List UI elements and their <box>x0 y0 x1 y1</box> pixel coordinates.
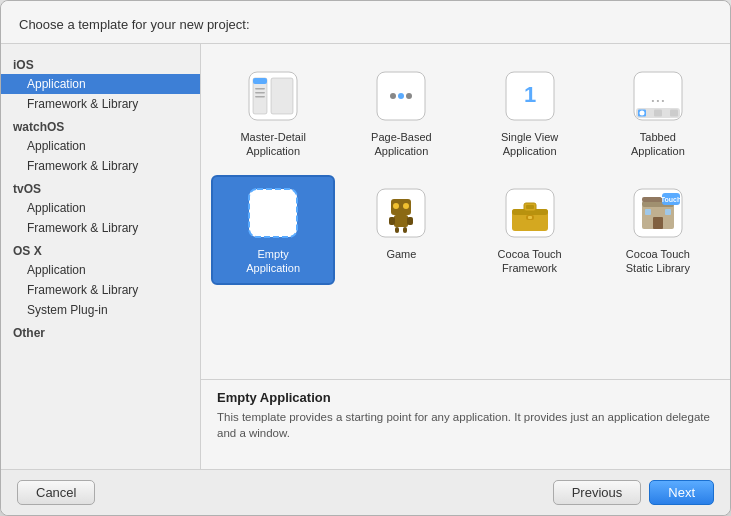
dialog-footer: Cancel Previous Next <box>1 469 730 515</box>
svg-text:• • •: • • • <box>651 96 664 105</box>
template-cocoa-framework[interactable]: Cocoa TouchFramework <box>468 175 592 286</box>
dialog-body: iOS Application Framework & Library watc… <box>1 44 730 469</box>
svg-rect-5 <box>255 92 265 94</box>
game-label: Game <box>386 247 416 261</box>
svg-rect-43 <box>665 209 671 215</box>
sidebar-item-tvos-application[interactable]: Application <box>1 198 200 218</box>
cancel-button[interactable]: Cancel <box>17 480 95 505</box>
svg-rect-41 <box>653 217 663 229</box>
page-based-icon <box>373 68 429 124</box>
dialog-header: Choose a template for your new project: <box>1 1 730 44</box>
new-project-dialog: Choose a template for your new project: … <box>0 0 731 516</box>
svg-rect-20 <box>249 189 297 237</box>
cocoa-framework-label: Cocoa TouchFramework <box>498 247 562 276</box>
sidebar-item-watchos-application[interactable]: Application <box>1 136 200 156</box>
next-button[interactable]: Next <box>649 480 714 505</box>
sidebar-section-ios[interactable]: iOS <box>1 52 200 74</box>
svg-rect-6 <box>255 96 265 98</box>
empty-icon <box>245 185 301 241</box>
sidebar-item-osx-plugin[interactable]: System Plug-in <box>1 300 200 320</box>
single-view-label: Single ViewApplication <box>501 130 558 159</box>
sidebar-item-osx-application[interactable]: Application <box>1 260 200 280</box>
sidebar-item-ios-application[interactable]: Application <box>1 74 200 94</box>
svg-point-16 <box>639 111 644 116</box>
sidebar-section-other[interactable]: Other <box>1 320 200 342</box>
svg-point-8 <box>390 93 396 99</box>
cocoa-static-label: Cocoa TouchStatic Library <box>626 247 690 276</box>
svg-rect-25 <box>394 215 408 227</box>
svg-point-9 <box>398 93 404 99</box>
svg-rect-26 <box>389 217 395 225</box>
cocoa-static-icon: Touch <box>630 185 686 241</box>
svg-rect-4 <box>255 88 265 90</box>
dialog-title: Choose a template for your new project: <box>19 17 250 32</box>
svg-point-24 <box>403 203 409 209</box>
svg-rect-17 <box>654 110 662 117</box>
svg-rect-18 <box>670 110 678 117</box>
template-master-detail[interactable]: Master-DetailApplication <box>211 58 335 169</box>
svg-text:Touch: Touch <box>661 196 681 203</box>
svg-rect-29 <box>403 227 407 233</box>
svg-point-10 <box>406 93 412 99</box>
master-detail-label: Master-DetailApplication <box>240 130 305 159</box>
description-area: Empty Application This template provides… <box>201 379 730 469</box>
template-single-view[interactable]: 1 Single ViewApplication <box>468 58 592 169</box>
empty-label: EmptyApplication <box>246 247 300 276</box>
svg-rect-2 <box>271 78 293 114</box>
svg-rect-3 <box>253 78 267 84</box>
sidebar: iOS Application Framework & Library watc… <box>1 44 201 469</box>
svg-rect-42 <box>645 209 651 215</box>
master-detail-icon <box>245 68 301 124</box>
tabbed-icon: • • • <box>630 68 686 124</box>
svg-point-23 <box>393 203 399 209</box>
template-grid: Master-DetailApplication Page-BasedAppli… <box>201 44 730 379</box>
cocoa-framework-icon <box>502 185 558 241</box>
description-title: Empty Application <box>217 390 714 405</box>
tabbed-label: TabbedApplication <box>631 130 685 159</box>
sidebar-item-watchos-framework[interactable]: Framework & Library <box>1 156 200 176</box>
template-tabbed[interactable]: • • • TabbedApplication <box>596 58 720 169</box>
main-content: Master-DetailApplication Page-BasedAppli… <box>201 44 730 469</box>
game-icon <box>373 185 429 241</box>
svg-rect-34 <box>526 205 534 209</box>
svg-rect-28 <box>395 227 399 233</box>
single-view-icon: 1 <box>502 68 558 124</box>
sidebar-section-tvos[interactable]: tvOS <box>1 176 200 198</box>
svg-rect-36 <box>528 216 532 219</box>
template-game[interactable]: Game <box>339 175 463 286</box>
navigation-buttons: Previous Next <box>553 480 714 505</box>
template-page-based[interactable]: Page-BasedApplication <box>339 58 463 169</box>
template-cocoa-static[interactable]: Touch Cocoa TouchStatic Library <box>596 175 720 286</box>
svg-text:1: 1 <box>524 82 536 107</box>
template-empty[interactable]: EmptyApplication <box>211 175 335 286</box>
sidebar-item-osx-framework[interactable]: Framework & Library <box>1 280 200 300</box>
sidebar-item-tvos-framework[interactable]: Framework & Library <box>1 218 200 238</box>
previous-button[interactable]: Previous <box>553 480 642 505</box>
sidebar-item-ios-framework[interactable]: Framework & Library <box>1 94 200 114</box>
sidebar-section-watchos[interactable]: watchOS <box>1 114 200 136</box>
description-text: This template provides a starting point … <box>217 409 714 441</box>
page-based-label: Page-BasedApplication <box>371 130 432 159</box>
sidebar-section-osx[interactable]: OS X <box>1 238 200 260</box>
svg-rect-27 <box>407 217 413 225</box>
